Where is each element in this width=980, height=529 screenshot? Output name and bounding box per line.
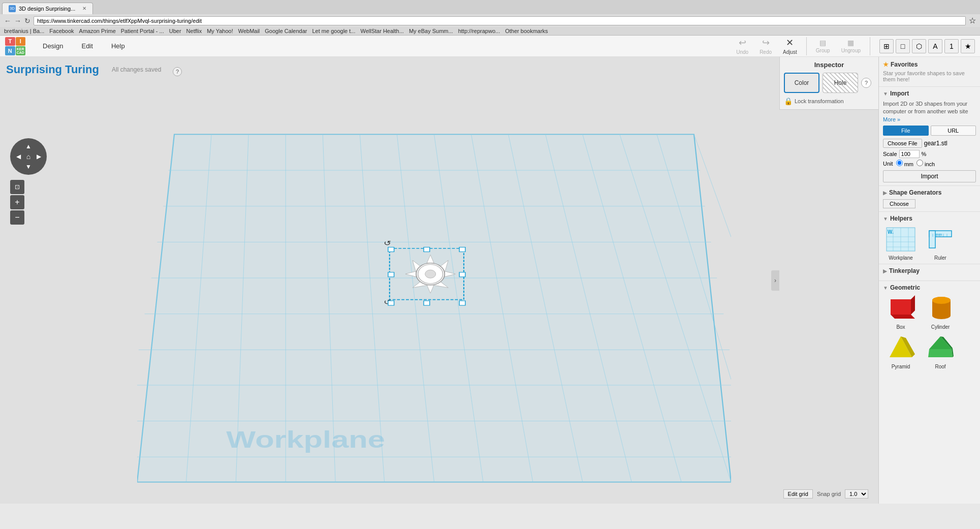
file-name: gear1.stl [924, 140, 947, 147]
bookmark-11[interactable]: My eBay Summ... [409, 28, 453, 34]
import-header[interactable]: ▼ Import [883, 90, 976, 97]
ungroup-btn[interactable]: ▦ Ungroup [837, 37, 865, 55]
shape-cylinder[interactable]: Cylinder [923, 294, 958, 330]
bookmark-6[interactable]: My Yahoo! [207, 28, 233, 34]
menu-design[interactable]: Design [38, 40, 68, 52]
url-tab-btn[interactable]: URL [931, 126, 976, 136]
bookmark-1[interactable]: Facebook [49, 28, 74, 34]
shape-pyramid[interactable]: Pyramid [883, 334, 919, 369]
view-a-btn[interactable]: A [928, 39, 942, 53]
svg-point-46 [425, 270, 436, 278]
adjust-btn[interactable]: ✕ Adjust [779, 35, 801, 57]
hole-btn[interactable]: Hole [823, 73, 858, 93]
shape-generators-header[interactable]: ▶ Shape Generators [883, 189, 976, 196]
tinkerplay-header[interactable]: ▶ Tinkerplay [883, 267, 976, 274]
bookmark-7[interactable]: WebMail [238, 28, 260, 34]
bookmark-2[interactable]: Amazon Prime [79, 28, 116, 34]
bookmark-5[interactable]: Netflix [186, 28, 202, 34]
menu-help[interactable]: Help [106, 40, 130, 52]
helper-ruler-thumb: mm [924, 225, 957, 253]
view-grid-btn[interactable]: ⊞ [879, 39, 894, 53]
nav-arrow-s[interactable]: ▼ [23, 162, 34, 172]
import-more-link[interactable]: More » [883, 116, 900, 122]
back-btn[interactable]: ← [4, 17, 11, 25]
svg-point-70 [932, 297, 951, 304]
zoom-out-btn[interactable]: − [10, 210, 24, 225]
save-status: All changes saved [112, 66, 161, 73]
view-3d-btn[interactable]: □ [896, 39, 910, 53]
project-title[interactable]: Surprising Turing [6, 63, 99, 76]
shape-cylinder-thumb [924, 294, 957, 322]
nav-arrow-w[interactable]: ◀ [13, 151, 23, 162]
lock-icon: 🔒 [784, 97, 793, 105]
fit-btn[interactable]: ⊡ [10, 180, 24, 194]
bookmark-9[interactable]: Let me google t... [312, 28, 355, 34]
unit-row: Unit mm inch [883, 160, 976, 167]
scale-row: Scale % [883, 150, 976, 158]
bookmark-8[interactable]: Google Calendar [265, 28, 307, 34]
color-btn[interactable]: Color [784, 73, 819, 93]
unit-mm-text: mm [904, 161, 913, 167]
star-btn[interactable]: ☆ [969, 16, 976, 25]
nav-arrow-sw [13, 162, 23, 172]
svg-rect-57 [929, 231, 935, 248]
view-controls: ⊞ □ ⬡ A 1 ★ [879, 39, 975, 53]
inspector-help-btn[interactable]: ? [861, 78, 871, 88]
bookmark-3[interactable]: Patient Portal - ... [121, 28, 164, 34]
helpers-grid: W. Workplane [883, 225, 976, 261]
workplane-container[interactable]: ↺ ↺ [137, 123, 731, 493]
bookmark-0[interactable]: bretlanius | Ba... [4, 28, 44, 34]
help-btn[interactable]: ? [173, 67, 182, 76]
unit-inch-radio[interactable] [916, 160, 923, 166]
app: T I N KERCAD Design Edit Help ↩ Undo ↪ R… [0, 36, 980, 504]
nav-home-btn[interactable]: ⌂ [23, 151, 34, 162]
redo-label: Redo [760, 49, 772, 55]
shape-roof[interactable]: Roof [923, 334, 958, 369]
import-desc-text: Import 2D or 3D shapes from your compute… [883, 101, 968, 114]
geometric-header[interactable]: ▼ Geometric [883, 284, 976, 291]
redo-btn[interactable]: ↪ Redo [755, 35, 776, 57]
nav-arrow-e[interactable]: ▶ [34, 151, 44, 162]
unit-mm-radio[interactable] [896, 160, 903, 166]
panel-chevron[interactable]: › [771, 270, 779, 291]
choose-shape-gen-btn[interactable]: Choose [883, 199, 915, 208]
view-1-btn[interactable]: 1 [944, 39, 959, 53]
tinkercad-logo[interactable]: T I N KERCAD [5, 37, 25, 55]
group-btn[interactable]: ▤ Group [812, 37, 834, 55]
bookmark-4[interactable]: Uber [169, 28, 181, 34]
favorites-star-icon: ★ [883, 61, 889, 68]
shape-box[interactable]: Box [883, 294, 919, 330]
bookmark-10[interactable]: WellStar Health... [360, 28, 403, 34]
scale-input[interactable] [899, 150, 920, 158]
svg-rect-32 [459, 301, 465, 305]
helper-ruler[interactable]: mm Ruler [923, 225, 958, 261]
helper-workplane[interactable]: W. Workplane [883, 225, 919, 261]
helpers-section: ▼ Helpers W. [879, 212, 980, 264]
active-tab[interactable]: 3D 3D design Surprising... ✕ [2, 3, 93, 14]
address-row: ← → ↻ ☆ [0, 14, 980, 27]
canvas-area[interactable]: Inspector Color Hole ? 🔒 Lock transforma… [0, 57, 878, 504]
view-star-btn[interactable]: ★ [961, 39, 975, 53]
view-hex-btn[interactable]: ⬡ [912, 39, 926, 53]
helpers-header[interactable]: ▼ Helpers [883, 215, 976, 222]
choose-file-btn[interactable]: Choose File [883, 139, 922, 148]
forward-btn[interactable]: → [14, 17, 21, 25]
import-btn[interactable]: Import [883, 170, 976, 182]
bookmark-13[interactable]: Other bookmarks [505, 28, 548, 34]
zoom-in-btn[interactable]: + [10, 195, 24, 209]
bookmark-12[interactable]: http://reprapwo... [458, 28, 500, 34]
snap-grid-select[interactable]: 0.1 0.5 1.0 2.0 5.0 [845, 489, 868, 499]
adjust-label: Adjust [783, 49, 797, 55]
svg-marker-66 [891, 315, 915, 319]
tab-close-btn[interactable]: ✕ [82, 6, 86, 11]
favorites-header: ★ Favorites [883, 61, 976, 68]
edit-grid-btn[interactable]: Edit grid [783, 489, 813, 499]
file-tab-btn[interactable]: File [883, 126, 929, 136]
menu-edit[interactable]: Edit [76, 40, 98, 52]
refresh-btn[interactable]: ↻ [24, 17, 30, 25]
address-input[interactable] [34, 16, 966, 25]
undo-btn[interactable]: ↩ Undo [732, 35, 752, 57]
geometric-section: ▼ Geometric Bo [879, 281, 980, 372]
shape-pyramid-thumb [884, 334, 918, 362]
nav-arrow-n[interactable]: ▲ [23, 141, 34, 151]
